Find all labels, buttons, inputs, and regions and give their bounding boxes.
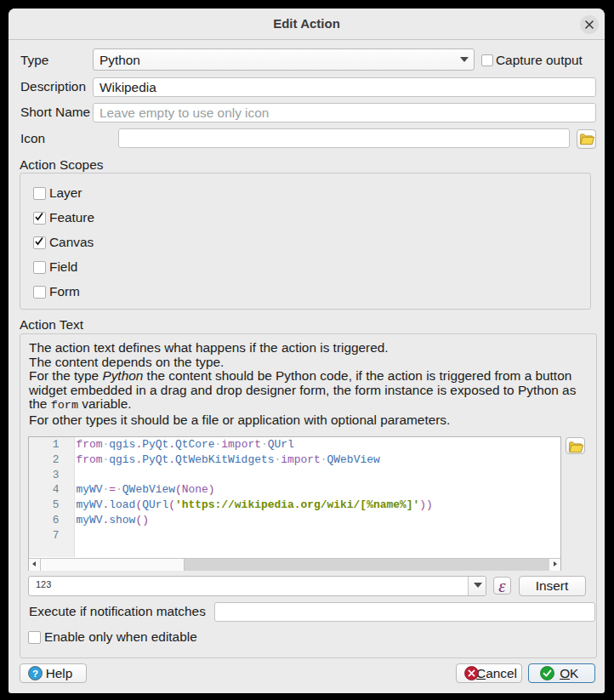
svg-text:?: ?: [32, 669, 38, 679]
